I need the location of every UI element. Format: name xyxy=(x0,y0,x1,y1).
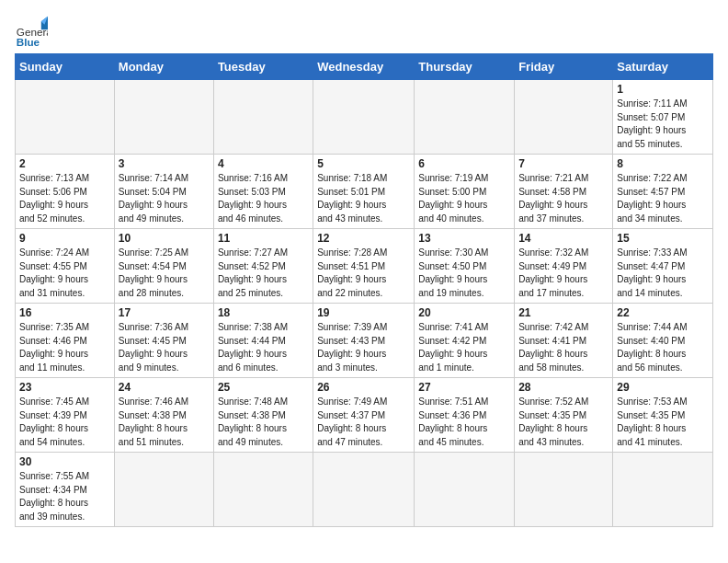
day-info: Sunrise: 7:53 AMSunset: 4:35 PMDaylight:… xyxy=(617,396,709,449)
calendar-cell: 5Sunrise: 7:18 AMSunset: 5:01 PMDaylight… xyxy=(313,155,415,229)
day-info: Sunrise: 7:48 AMSunset: 4:38 PMDaylight:… xyxy=(218,396,309,449)
calendar-cell xyxy=(16,80,115,155)
day-info: Sunrise: 7:52 AMSunset: 4:35 PMDaylight:… xyxy=(518,396,609,449)
calendar-cell: 8Sunrise: 7:22 AMSunset: 4:57 PMDaylight… xyxy=(613,155,713,229)
day-number: 17 xyxy=(119,306,210,319)
calendar-cell xyxy=(313,80,415,155)
day-number: 7 xyxy=(518,157,609,170)
day-info: Sunrise: 7:21 AMSunset: 4:58 PMDaylight:… xyxy=(518,172,609,225)
logo-icon: General Blue xyxy=(15,15,48,48)
calendar-table: SundayMondayTuesdayWednesdayThursdayFrid… xyxy=(15,53,713,527)
calendar-cell xyxy=(313,453,415,527)
calendar-cell: 25Sunrise: 7:48 AMSunset: 4:38 PMDayligh… xyxy=(213,378,313,453)
day-info: Sunrise: 7:27 AMSunset: 4:52 PMDaylight:… xyxy=(218,247,309,300)
day-number: 5 xyxy=(317,157,410,170)
day-number: 29 xyxy=(617,381,709,394)
day-info: Sunrise: 7:13 AMSunset: 5:06 PMDaylight:… xyxy=(19,172,110,225)
calendar-cell: 27Sunrise: 7:51 AMSunset: 4:36 PMDayligh… xyxy=(415,378,515,453)
day-number: 11 xyxy=(218,232,309,245)
calendar-cell: 23Sunrise: 7:45 AMSunset: 4:39 PMDayligh… xyxy=(16,378,115,453)
calendar-cell: 12Sunrise: 7:28 AMSunset: 4:51 PMDayligh… xyxy=(313,229,415,304)
calendar-cell: 29Sunrise: 7:53 AMSunset: 4:35 PMDayligh… xyxy=(613,378,713,453)
day-number: 28 xyxy=(518,381,609,394)
calendar-cell: 11Sunrise: 7:27 AMSunset: 4:52 PMDayligh… xyxy=(213,229,313,304)
day-number: 19 xyxy=(317,306,410,319)
day-info: Sunrise: 7:14 AMSunset: 5:04 PMDaylight:… xyxy=(119,172,210,225)
day-info: Sunrise: 7:35 AMSunset: 4:46 PMDaylight:… xyxy=(19,321,110,374)
calendar-cell: 7Sunrise: 7:21 AMSunset: 4:58 PMDaylight… xyxy=(515,155,613,229)
day-info: Sunrise: 7:24 AMSunset: 4:55 PMDaylight:… xyxy=(19,247,110,300)
calendar-cell xyxy=(515,453,613,527)
day-info: Sunrise: 7:19 AMSunset: 5:00 PMDaylight:… xyxy=(418,172,510,225)
calendar-cell: 24Sunrise: 7:46 AMSunset: 4:38 PMDayligh… xyxy=(114,378,213,453)
day-info: Sunrise: 7:42 AMSunset: 4:41 PMDaylight:… xyxy=(518,321,609,374)
day-number: 4 xyxy=(218,157,309,170)
calendar-cell: 18Sunrise: 7:38 AMSunset: 4:44 PMDayligh… xyxy=(213,304,313,378)
day-info: Sunrise: 7:41 AMSunset: 4:42 PMDaylight:… xyxy=(418,321,510,374)
calendar-cell: 26Sunrise: 7:49 AMSunset: 4:37 PMDayligh… xyxy=(313,378,415,453)
calendar-week-row: 1Sunrise: 7:11 AMSunset: 5:07 PMDaylight… xyxy=(16,80,713,155)
calendar-header-monday: Monday xyxy=(114,54,213,80)
calendar-cell: 15Sunrise: 7:33 AMSunset: 4:47 PMDayligh… xyxy=(613,229,713,304)
day-info: Sunrise: 7:44 AMSunset: 4:40 PMDaylight:… xyxy=(617,321,709,374)
day-number: 26 xyxy=(317,381,410,394)
calendar-header-tuesday: Tuesday xyxy=(213,54,313,80)
day-info: Sunrise: 7:39 AMSunset: 4:43 PMDaylight:… xyxy=(317,321,410,374)
calendar-cell xyxy=(415,80,515,155)
day-number: 16 xyxy=(19,306,110,319)
calendar-cell: 1Sunrise: 7:11 AMSunset: 5:07 PMDaylight… xyxy=(613,80,713,155)
day-info: Sunrise: 7:32 AMSunset: 4:49 PMDaylight:… xyxy=(518,247,609,300)
day-number: 23 xyxy=(19,381,110,394)
day-info: Sunrise: 7:30 AMSunset: 4:50 PMDaylight:… xyxy=(418,247,510,300)
day-info: Sunrise: 7:28 AMSunset: 4:51 PMDaylight:… xyxy=(317,247,410,300)
day-number: 27 xyxy=(418,381,510,394)
day-number: 12 xyxy=(317,232,410,245)
calendar-week-row: 23Sunrise: 7:45 AMSunset: 4:39 PMDayligh… xyxy=(16,378,713,453)
calendar-header-row: SundayMondayTuesdayWednesdayThursdayFrid… xyxy=(16,54,713,80)
day-info: Sunrise: 7:16 AMSunset: 5:03 PMDaylight:… xyxy=(218,172,309,225)
calendar-cell xyxy=(415,453,515,527)
calendar-cell: 28Sunrise: 7:52 AMSunset: 4:35 PMDayligh… xyxy=(515,378,613,453)
day-info: Sunrise: 7:46 AMSunset: 4:38 PMDaylight:… xyxy=(119,396,210,449)
calendar-cell xyxy=(213,453,313,527)
calendar-week-row: 30Sunrise: 7:55 AMSunset: 4:34 PMDayligh… xyxy=(16,453,713,527)
calendar-cell: 21Sunrise: 7:42 AMSunset: 4:41 PMDayligh… xyxy=(515,304,613,378)
calendar-header-sunday: Sunday xyxy=(16,54,115,80)
day-info: Sunrise: 7:22 AMSunset: 4:57 PMDaylight:… xyxy=(617,172,709,225)
day-number: 14 xyxy=(518,232,609,245)
calendar-week-row: 2Sunrise: 7:13 AMSunset: 5:06 PMDaylight… xyxy=(16,155,713,229)
calendar-cell xyxy=(515,80,613,155)
calendar-cell xyxy=(613,453,713,527)
calendar-cell: 19Sunrise: 7:39 AMSunset: 4:43 PMDayligh… xyxy=(313,304,415,378)
calendar-cell: 17Sunrise: 7:36 AMSunset: 4:45 PMDayligh… xyxy=(114,304,213,378)
calendar-header-saturday: Saturday xyxy=(613,54,713,80)
day-info: Sunrise: 7:18 AMSunset: 5:01 PMDaylight:… xyxy=(317,172,410,225)
calendar-cell xyxy=(114,80,213,155)
day-number: 13 xyxy=(418,232,510,245)
day-info: Sunrise: 7:55 AMSunset: 4:34 PMDaylight:… xyxy=(19,470,110,523)
day-info: Sunrise: 7:51 AMSunset: 4:36 PMDaylight:… xyxy=(418,396,510,449)
calendar-week-row: 9Sunrise: 7:24 AMSunset: 4:55 PMDaylight… xyxy=(16,229,713,304)
calendar-cell: 10Sunrise: 7:25 AMSunset: 4:54 PMDayligh… xyxy=(114,229,213,304)
day-number: 1 xyxy=(617,83,709,96)
calendar-cell: 6Sunrise: 7:19 AMSunset: 5:00 PMDaylight… xyxy=(415,155,515,229)
day-number: 30 xyxy=(19,455,110,468)
calendar-header-thursday: Thursday xyxy=(415,54,515,80)
calendar-cell xyxy=(213,80,313,155)
day-info: Sunrise: 7:45 AMSunset: 4:39 PMDaylight:… xyxy=(19,396,110,449)
svg-text:Blue: Blue xyxy=(17,36,40,48)
day-number: 9 xyxy=(19,232,110,245)
day-info: Sunrise: 7:11 AMSunset: 5:07 PMDaylight:… xyxy=(617,98,709,151)
calendar-cell: 30Sunrise: 7:55 AMSunset: 4:34 PMDayligh… xyxy=(16,453,115,527)
day-info: Sunrise: 7:49 AMSunset: 4:37 PMDaylight:… xyxy=(317,396,410,449)
day-number: 3 xyxy=(119,157,210,170)
calendar-cell: 2Sunrise: 7:13 AMSunset: 5:06 PMDaylight… xyxy=(16,155,115,229)
calendar-cell: 20Sunrise: 7:41 AMSunset: 4:42 PMDayligh… xyxy=(415,304,515,378)
calendar-cell: 3Sunrise: 7:14 AMSunset: 5:04 PMDaylight… xyxy=(114,155,213,229)
day-info: Sunrise: 7:38 AMSunset: 4:44 PMDaylight:… xyxy=(218,321,309,374)
day-number: 10 xyxy=(119,232,210,245)
calendar-cell: 13Sunrise: 7:30 AMSunset: 4:50 PMDayligh… xyxy=(415,229,515,304)
day-number: 18 xyxy=(218,306,309,319)
page-header: General Blue xyxy=(15,9,713,48)
calendar-cell: 9Sunrise: 7:24 AMSunset: 4:55 PMDaylight… xyxy=(16,229,115,304)
